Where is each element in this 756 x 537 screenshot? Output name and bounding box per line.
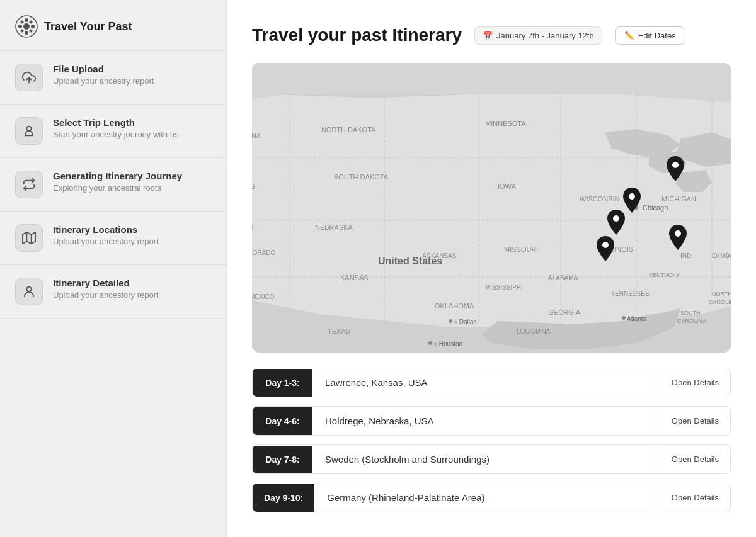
svg-text:○ Dallas: ○ Dallas: [454, 319, 477, 325]
svg-point-4: [18, 25, 22, 28]
svg-text:COLORADO: COLORADO: [252, 249, 275, 256]
svg-text:NORTH DAKOTA: NORTH DAKOTA: [321, 126, 376, 133]
open-details-button-2[interactable]: Open Details: [660, 446, 730, 473]
svg-text:MONTANA: MONTANA: [252, 132, 261, 140]
itinerary-row: Day 4-6: Holdrege, Nebraska, USA Open De…: [252, 406, 731, 436]
svg-point-9: [30, 30, 33, 33]
step-title-itinerary-detailed: Itinerary Detailed: [53, 278, 159, 288]
svg-text:LOUISIANA: LOUISIANA: [517, 328, 551, 335]
svg-text:NORTH: NORTH: [712, 291, 731, 297]
svg-text:TEXAS: TEXAS: [328, 327, 350, 335]
step-icon-itinerary-detailed: [15, 278, 43, 305]
sidebar-step-generating-itinerary[interactable]: Generating Itinerary Journey Exploring y…: [0, 158, 226, 212]
sidebar-step-itinerary-detailed[interactable]: Itinerary Detailed Upload your ancestory…: [0, 265, 226, 319]
svg-text:KANSAS: KANSAS: [340, 274, 369, 281]
svg-point-76: [428, 341, 432, 345]
svg-point-74: [449, 319, 452, 323]
day-badge-2: Day 7-8:: [253, 446, 312, 473]
svg-text:VIRGINIA: VIRGINIA: [726, 254, 731, 259]
step-subtitle-file-upload: Upload your ancestry report: [53, 76, 154, 86]
date-range-text: January 7th - January 12th: [496, 31, 594, 40]
svg-text:WISCONSIN: WISCONSIN: [580, 195, 620, 203]
itinerary-row: Day 1-3: Lawrence, Kansas, USA Open Deta…: [252, 368, 731, 397]
svg-point-3: [25, 31, 28, 35]
svg-text:UTAH: UTAH: [252, 224, 253, 231]
step-title-itinerary-locations: Itinerary Locations: [53, 224, 159, 235]
day-badge-0: Day 1-3:: [253, 369, 312, 397]
svg-point-84: [602, 242, 609, 248]
svg-text:OKLAHOMA: OKLAHOMA: [435, 302, 474, 310]
svg-text:SOUTH: SOUTH: [680, 310, 701, 316]
svg-point-11: [26, 127, 31, 131]
svg-point-83: [613, 215, 619, 222]
location-label-1: Holdrege, Nebraska, USA: [312, 407, 660, 435]
svg-text:MICHIGAN: MICHIGAN: [662, 195, 696, 203]
svg-marker-13: [23, 232, 35, 244]
open-details-button-3[interactable]: Open Details: [660, 484, 730, 511]
edit-dates-label: Edit Dates: [638, 31, 676, 40]
location-label-2: Sweden (Stockholm and Surroundings): [312, 445, 660, 473]
svg-text:MISSOURI: MISSOURI: [504, 246, 538, 253]
svg-text:CAROLINA: CAROLINA: [709, 299, 731, 305]
svg-text:SOUTH DAKOTA: SOUTH DAKOTA: [334, 173, 389, 181]
main-content: Travel your past Itinerary 📅 January 7th…: [227, 0, 756, 537]
sidebar-step-itinerary-locations[interactable]: Itinerary Locations Upload your ancestor…: [0, 212, 226, 265]
step-title-file-upload: File Upload: [53, 64, 154, 74]
open-details-button-1[interactable]: Open Details: [660, 407, 730, 434]
calendar-icon: 📅: [483, 31, 493, 40]
svg-text:Chicago: Chicago: [643, 204, 668, 212]
day-badge-1: Day 4-6:: [253, 407, 312, 435]
svg-point-8: [21, 30, 24, 33]
svg-point-82: [629, 193, 635, 200]
svg-text:GEORGIA: GEORGIA: [548, 308, 581, 316]
svg-text:IOWA: IOWA: [498, 183, 517, 190]
svg-text:○ Houston: ○ Houston: [433, 341, 462, 348]
svg-text:MINNESOTA: MINNESOTA: [485, 120, 526, 127]
svg-text:NEBRASKA: NEBRASKA: [315, 223, 353, 231]
app-logo: Travel Your Past: [0, 0, 226, 51]
svg-point-5: [31, 25, 35, 28]
step-subtitle-itinerary-locations: Upload your ancestory report: [53, 237, 159, 246]
step-icon-select-trip-length: [15, 117, 43, 145]
svg-text:KENTUCKY: KENTUCKY: [649, 272, 680, 278]
svg-text:United States: United States: [378, 256, 442, 266]
page-title: Travel your past Itinerary: [252, 25, 462, 45]
logo-icon: [15, 15, 38, 38]
svg-point-16: [26, 287, 31, 291]
steps-list: File Upload Upload your ancestry report …: [0, 51, 226, 319]
svg-text:Atlanta: Atlanta: [627, 315, 647, 322]
svg-point-6: [21, 21, 24, 24]
step-title-select-trip-length: Select Trip Length: [53, 117, 178, 128]
svg-point-78: [622, 316, 626, 320]
svg-text:MISSISSIPPI: MISSISSIPPI: [485, 284, 522, 291]
sidebar-step-file-upload[interactable]: File Upload Upload your ancestry report: [0, 51, 226, 105]
step-subtitle-generating-itinerary: Exploring your ancestral roots: [53, 183, 182, 193]
step-subtitle-itinerary-detailed: Upload your ancestory report: [53, 290, 159, 300]
step-title-generating-itinerary: Generating Itinerary Journey: [53, 171, 182, 181]
step-subtitle-select-trip-length: Start your ancestry journey with us: [53, 130, 178, 139]
edit-icon: ✏️: [624, 31, 634, 40]
sidebar: Travel Your Past File Upload Upload your…: [0, 0, 227, 537]
svg-point-1: [23, 23, 30, 30]
step-icon-generating-itinerary: [15, 171, 43, 198]
map-container: MONTANA WYOMING NORTH DAKOTA SOUTH DAKOT…: [252, 63, 731, 353]
svg-text:TENNESSEE: TENNESSEE: [611, 290, 650, 297]
itinerary-list: Day 1-3: Lawrence, Kansas, USA Open Deta…: [252, 368, 731, 512]
map-svg: MONTANA WYOMING NORTH DAKOTA SOUTH DAKOT…: [252, 63, 731, 353]
app-title: Travel Your Past: [44, 20, 132, 33]
step-icon-itinerary-locations: [15, 224, 43, 252]
svg-text:CAROLINA: CAROLINA: [677, 318, 706, 324]
svg-point-85: [675, 230, 681, 237]
sidebar-step-select-trip-length[interactable]: Select Trip Length Start your ancestry j…: [0, 105, 226, 158]
page-header: Travel your past Itinerary 📅 January 7th…: [252, 25, 731, 45]
svg-text:NEW MEXICO: NEW MEXICO: [252, 293, 275, 300]
day-badge-3: Day 9-10:: [253, 484, 314, 512]
svg-point-2: [25, 18, 28, 22]
svg-text:WYOMING: WYOMING: [252, 183, 255, 190]
svg-text:IND.: IND.: [680, 252, 693, 259]
date-badge: 📅 January 7th - January 12th: [474, 26, 602, 45]
edit-dates-button[interactable]: ✏️ Edit Dates: [615, 26, 685, 45]
open-details-button-0[interactable]: Open Details: [660, 369, 730, 396]
step-icon-file-upload: [15, 64, 43, 91]
itinerary-row: Day 9-10: Germany (Rhineland-Palatinate …: [252, 483, 731, 512]
